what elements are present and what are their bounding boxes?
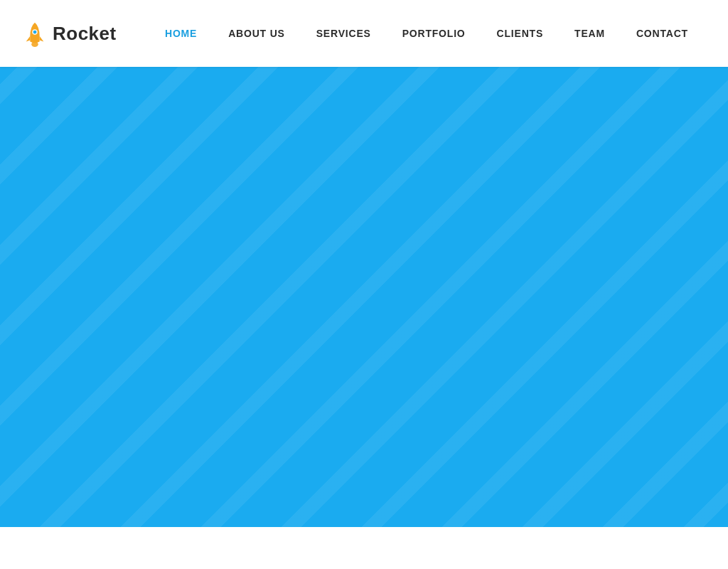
header: Rocket HOME ABOUT US SERVICES PORTFOLIO … <box>0 0 728 67</box>
main-nav: HOME ABOUT US SERVICES PORTFOLIO CLIENTS… <box>149 28 704 39</box>
nav-item-portfolio[interactable]: PORTFOLIO <box>387 28 481 39</box>
nav-item-home[interactable]: HOME <box>149 28 213 39</box>
logo-text: Rocket <box>53 23 117 45</box>
hero-section <box>0 67 728 569</box>
rocket-icon <box>21 20 48 47</box>
nav-item-team[interactable]: TEAM <box>559 28 621 39</box>
nav-item-services[interactable]: SERVICES <box>301 28 387 39</box>
logo[interactable]: Rocket <box>21 20 135 47</box>
nav-item-contact[interactable]: CONTACT <box>621 28 704 39</box>
nav-item-clients[interactable]: CLIENTS <box>481 28 560 39</box>
bottom-strip <box>0 527 728 569</box>
nav-item-about[interactable]: ABOUT US <box>213 28 301 39</box>
svg-point-2 <box>33 31 37 34</box>
